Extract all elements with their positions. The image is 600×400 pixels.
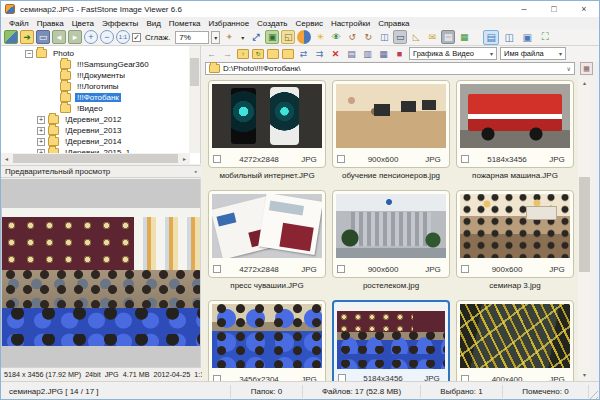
actual-size-icon[interactable]: 1:1: [116, 30, 130, 44]
folder-copy-icon[interactable]: [267, 49, 279, 59]
folder-up-icon[interactable]: ↑: [237, 49, 249, 59]
thumbnail-cell[interactable]: 5184x3456 JPG пожарная машина.JPG: [456, 80, 574, 180]
thumb-filename[interactable]: пресс чувашии.JPG: [208, 281, 326, 290]
thumbnail-image-computer-class[interactable]: [336, 84, 446, 148]
thumbnail-image-seminar3[interactable]: [460, 194, 570, 258]
zoom-dropdown-icon[interactable]: ▾: [211, 31, 220, 44]
view-browser-button[interactable]: ▤: [483, 30, 499, 45]
pin-icon[interactable]: ▪: [195, 168, 197, 175]
rotate-right-icon[interactable]: ↻: [361, 30, 375, 44]
save-icon[interactable]: ▭: [36, 30, 50, 44]
maximize-button[interactable]: □: [539, 1, 569, 17]
tree-node-photo[interactable]: Photo: [25, 48, 200, 59]
thumb-filename[interactable]: мобильный интернет.JPG: [208, 171, 326, 180]
move-to-icon[interactable]: ⇉: [313, 47, 326, 60]
menu-colors[interactable]: Цвета: [68, 19, 98, 28]
acquire-icon[interactable]: [4, 30, 18, 44]
thumb-filename[interactable]: пожарная машина.JPG: [456, 171, 574, 180]
tree-node-label[interactable]: !Видео: [75, 104, 105, 113]
slideshow-icon[interactable]: ▭: [393, 30, 407, 44]
thumb-checkbox[interactable]: [213, 155, 221, 163]
copy-to-icon[interactable]: ⇄: [297, 47, 310, 60]
thumbnail-image-mobile-internet[interactable]: [212, 84, 322, 148]
thumb-checkbox[interactable]: [338, 374, 346, 381]
thumbnail-image-press[interactable]: [212, 194, 322, 258]
path-dropdown-icon[interactable]: ∨: [567, 65, 571, 72]
tree-node-label[interactable]: !Деревни_2014: [63, 137, 123, 146]
thumb-checkbox[interactable]: [213, 265, 221, 273]
path-bar[interactable]: D:\Photo\!!!Фотобанк\ ∨: [205, 62, 575, 75]
zoom-select[interactable]: 7%: [175, 31, 209, 44]
thumb-filename[interactable]: семинар 3.jpg: [456, 281, 574, 290]
thumb-filename[interactable]: обучение пенсионеров.jpg: [332, 171, 450, 180]
thumbnail-image-cables[interactable]: [460, 304, 570, 368]
menu-create[interactable]: Создать: [253, 19, 291, 28]
menu-edit[interactable]: Правка: [33, 19, 68, 28]
email-icon[interactable]: ✉: [425, 30, 439, 44]
sort-select[interactable]: Имя файла ▾: [500, 47, 566, 60]
thumb-checkbox[interactable]: [461, 265, 469, 273]
thumbnail-cell[interactable]: 4272x2848 JPG пресс чувашии.JPG: [208, 190, 326, 290]
back-icon[interactable]: ←: [205, 47, 218, 60]
thumb-checkbox[interactable]: [337, 155, 345, 163]
zoom-out-icon[interactable]: −: [100, 30, 114, 44]
zoom-in-icon[interactable]: +: [84, 30, 98, 44]
view-columns-icon[interactable]: ▥: [361, 47, 374, 60]
canvas-size-icon[interactable]: ▣: [265, 30, 279, 44]
tree-node-label[interactable]: Photo: [51, 49, 76, 58]
close-button[interactable]: ×: [569, 1, 599, 17]
hand-tool-icon[interactable]: ✦: [222, 30, 236, 44]
thumb-checkbox[interactable]: [461, 155, 469, 163]
thumbnail-image-rostelecom[interactable]: [336, 194, 446, 258]
thumbnail-cell[interactable]: 900x600 JPG обучение пенсионеров.jpg: [332, 80, 450, 180]
expand-icon[interactable]: [37, 127, 45, 135]
menu-help[interactable]: Справка: [374, 19, 413, 28]
thumbnail-cell[interactable]: 900x600 JPG ростелеком.jpg: [332, 190, 450, 290]
rotate-left-icon[interactable]: ↺: [345, 30, 359, 44]
menu-effects[interactable]: Эффекты: [98, 19, 142, 28]
expand-icon[interactable]: [37, 138, 45, 146]
tree-horizontal-scrollbar[interactable]: ◂ ▸: [1, 153, 190, 164]
tree-node[interactable]: !!!Документы: [25, 70, 200, 81]
tree-node-selected[interactable]: !!!Фотобанк: [25, 92, 200, 103]
view-portrait-button[interactable]: ▣: [519, 30, 535, 45]
smooth-checkbox[interactable]: ✓: [132, 33, 141, 42]
thumbnail-cell-selected[interactable]: 5184x3456 JPG: [332, 300, 450, 381]
view-thumbnails-icon[interactable]: ▦: [377, 47, 390, 60]
expand-icon[interactable]: [37, 116, 45, 124]
tree-node-label[interactable]: !!!Документы: [75, 71, 127, 80]
minimize-button[interactable]: –: [509, 1, 539, 17]
prev-image-icon[interactable]: ◂: [52, 30, 66, 44]
menu-settings[interactable]: Настройки: [327, 19, 374, 28]
preview-image[interactable]: [2, 208, 200, 346]
tree-node-label[interactable]: !!!Логотипы: [75, 82, 121, 91]
adjust-colors-icon[interactable]: [297, 30, 311, 44]
thumb-filename[interactable]: ростелеком.jpg: [332, 281, 450, 290]
tree-node[interactable]: !!!Логотипы: [25, 81, 200, 92]
favorites-icon[interactable]: ▦: [580, 62, 593, 75]
scrollbar-thumb[interactable]: [13, 154, 178, 163]
view-details-icon[interactable]: ▤: [345, 47, 358, 60]
tree-node[interactable]: !!!SamsungGear360: [25, 59, 200, 70]
compare-icon[interactable]: ◫: [377, 30, 391, 44]
thumbnail-cell[interactable]: 400x400 JPG: [456, 300, 574, 381]
crop-icon[interactable]: ◱: [281, 30, 295, 44]
red-eye-icon[interactable]: 👁︎: [329, 30, 343, 44]
menu-tools[interactable]: Сервис: [291, 19, 326, 28]
scroll-left-icon[interactable]: ◂: [1, 155, 12, 162]
next-image-icon[interactable]: ▸: [68, 30, 82, 44]
scroll-up-icon[interactable]: ▴: [578, 77, 591, 89]
open-folder-icon[interactable]: ➜: [20, 30, 34, 44]
thumbnail-cell[interactable]: 4272x2848 JPG мобильный интернет.JPG: [208, 80, 326, 180]
stop-icon[interactable]: ■: [393, 47, 406, 60]
thumbnail-image-fire-truck[interactable]: [460, 84, 570, 148]
menu-tag[interactable]: Пометка: [165, 19, 205, 28]
tree-node-label[interactable]: !!!SamsungGear360: [75, 60, 151, 69]
folder-refresh-icon[interactable]: ↻: [252, 49, 264, 59]
hand-dropdown-icon[interactable]: ▾: [238, 31, 247, 44]
scrollbar-thumb[interactable]: [579, 177, 590, 272]
view-window-button[interactable]: ◫: [501, 30, 517, 45]
tree-node-label[interactable]: !!!Фотобанк: [75, 93, 121, 102]
folder-move-icon[interactable]: [282, 49, 294, 59]
measure-icon[interactable]: ◺: [409, 30, 423, 44]
